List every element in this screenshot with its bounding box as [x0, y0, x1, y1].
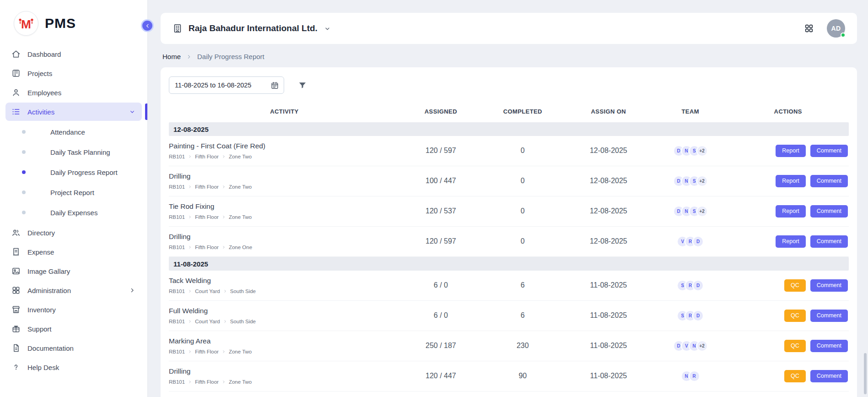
report-button[interactable]: Report [776, 205, 806, 218]
activity-location-path: RB101Fifth FloorZone Two [169, 154, 400, 159]
activity-cell: Tie Rod FixingRB101Fifth FloorZone Two [169, 202, 400, 220]
qc-button[interactable]: QC [784, 370, 806, 382]
team-avatars: VRD [653, 236, 728, 247]
sidebar-subitem-daily-task-planning[interactable]: Daily Task Planning [5, 142, 142, 162]
path-segment: Court Yard [195, 288, 220, 294]
sidebar-subitem-label: Daily Task Planning [50, 148, 110, 156]
sidebar-subitem-project-report[interactable]: Project Report [5, 182, 142, 202]
activity-row: Marking AreaRB101Fifth FloorZone Two250 … [169, 331, 849, 361]
user-avatar[interactable]: AD [827, 19, 845, 38]
team-avatars: SRD [653, 280, 728, 291]
activity-name: Drilling [169, 233, 400, 241]
team-overflow-badge: +2 [696, 340, 708, 352]
sidebar-item-support[interactable]: Support [5, 320, 142, 338]
report-button[interactable]: Report [776, 175, 806, 187]
activity-cell: DrillingRB101Fifth FloorZone One [169, 233, 400, 250]
chevron-down-icon [129, 108, 136, 115]
main-area: Raja Bahadur International Ltd. AD Home … [148, 0, 868, 397]
comment-button[interactable]: Comment [810, 370, 848, 382]
sidebar-subitem-daily-expenses[interactable]: Daily Expenses [5, 202, 142, 223]
breadcrumb-home[interactable]: Home [162, 53, 181, 60]
comment-button[interactable]: Comment [810, 145, 848, 157]
chevron-right-icon [223, 319, 227, 324]
team-avatars: SRD [653, 310, 728, 321]
completed-value: 6 [482, 281, 564, 289]
path-segment: RB101 [169, 349, 185, 354]
date-group-header: 12-08-2025 [169, 122, 849, 136]
path-segment: Zone Two [229, 349, 252, 354]
sidebar-item-documentation[interactable]: Documentation [5, 339, 142, 357]
company-selector[interactable]: Raja Bahadur International Ltd. [173, 23, 331, 33]
sidebar-item-employees[interactable]: Employees [5, 83, 142, 102]
sidebar-subitem-label: Project Report [50, 189, 94, 196]
doc-icon [11, 343, 21, 353]
path-segment: Court Yard [195, 319, 220, 324]
chevron-right-icon [188, 380, 192, 384]
path-segment: Zone One [229, 245, 252, 250]
date-range-input[interactable] [169, 76, 284, 94]
calendar-icon[interactable] [270, 81, 279, 90]
team-member-avatar: D [692, 310, 704, 321]
sidebar-item-image-gallary[interactable]: Image Gallary [5, 262, 142, 280]
sidebar-item-projects[interactable]: Projects [5, 64, 142, 82]
sidebar-subitem-daily-progress-report[interactable]: Daily Progress Report [5, 162, 142, 182]
vertical-scrollbar[interactable] [864, 353, 867, 394]
chevron-right-icon [188, 215, 192, 219]
bullet-dot [22, 130, 26, 134]
sidebar-item-help-desk[interactable]: Help Desk [5, 358, 142, 376]
sidebar-item-inventory[interactable]: Inventory [5, 300, 142, 319]
filter-funnel-icon[interactable] [298, 81, 307, 90]
completed-value: 0 [482, 237, 564, 245]
path-segment: Fifth Floor [195, 349, 219, 354]
comment-button[interactable]: Comment [810, 205, 848, 218]
bullet-dot [22, 190, 26, 194]
activity-name: Drilling [169, 367, 400, 375]
report-button[interactable]: Report [776, 145, 806, 157]
sidebar-item-label: Projects [27, 70, 52, 77]
chevron-right-icon [188, 349, 192, 354]
qc-button[interactable]: QC [784, 279, 806, 292]
team-avatars: DNS+2 [653, 145, 728, 157]
sidebar-subitem-attendance[interactable]: Attendance [5, 122, 142, 142]
activity-cell: DrillingRB101Fifth FloorZone Two [169, 172, 400, 190]
sidebar-item-label: Employees [27, 89, 61, 97]
team-avatars: DNS+2 [653, 206, 728, 217]
qc-button[interactable]: QC [784, 340, 806, 352]
chevron-right-icon [188, 289, 192, 294]
image-icon [11, 266, 21, 276]
chevron-right-icon [188, 245, 192, 250]
report-button[interactable]: Report [776, 235, 806, 248]
date-range-value[interactable] [175, 82, 267, 89]
sidebar-item-expense[interactable]: Expense [5, 243, 142, 261]
top-header: Raja Bahadur International Ltd. AD [161, 13, 857, 44]
sidebar-item-dashboard[interactable]: Dashboard [5, 45, 142, 63]
sidebar-item-activities[interactable]: Activities [5, 103, 142, 121]
path-segment: Fifth Floor [195, 154, 219, 159]
home-icon [11, 49, 21, 59]
sidebar-item-directory[interactable]: Directory [5, 223, 142, 242]
comment-button[interactable]: Comment [810, 175, 848, 187]
sidebar-subitem-label: Attendance [50, 128, 85, 136]
column-header-completed: COMPLETED [482, 108, 564, 115]
sidebar-item-label: Directory [27, 229, 55, 237]
activity-name: Drilling [169, 172, 400, 180]
completed-value: 0 [482, 207, 564, 215]
path-segment: RB101 [169, 319, 185, 324]
sidebar-item-administration[interactable]: Administration [5, 281, 142, 299]
comment-button[interactable]: Comment [810, 340, 848, 352]
header-actions: AD [804, 19, 845, 38]
comment-button[interactable]: Comment [810, 235, 848, 248]
chevron-right-icon [221, 380, 226, 384]
activity-location-path: RB101Fifth FloorZone Two [169, 214, 400, 220]
qc-button[interactable]: QC [784, 310, 806, 322]
comment-button[interactable]: Comment [810, 310, 848, 322]
apps-grid-icon[interactable] [804, 23, 814, 33]
path-segment: Zone Two [229, 379, 252, 385]
activity-cell: Full WeldingRB101Court YardSouth Side [169, 307, 400, 324]
activity-location-path: RB101Fifth FloorZone One [169, 245, 400, 250]
sidebar-item-label: Help Desk [27, 364, 59, 371]
sidebar-collapse-button[interactable] [141, 19, 154, 32]
column-header-team: TEAM [653, 108, 728, 115]
column-header-assigned: ASSIGNED [400, 108, 482, 115]
comment-button[interactable]: Comment [810, 279, 848, 292]
